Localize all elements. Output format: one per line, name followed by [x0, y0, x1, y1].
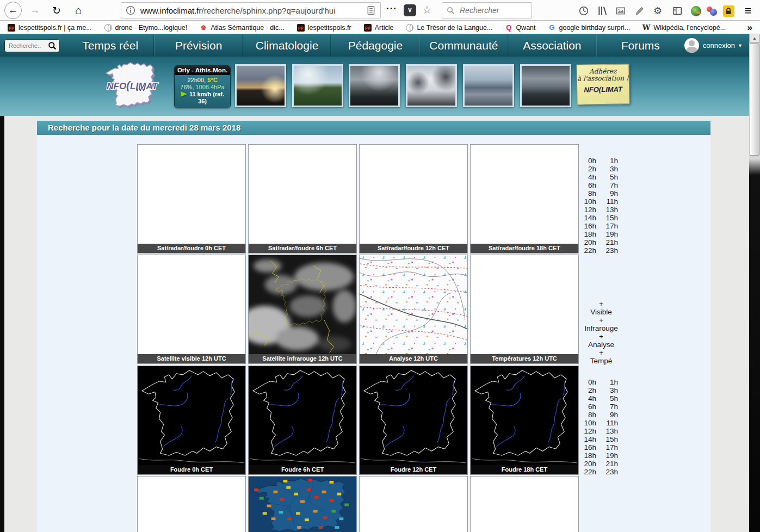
photo-thumbnail[interactable] [520, 64, 571, 107]
home-button[interactable]: ⌂ [70, 2, 87, 19]
bookmarks-overflow-chevron[interactable]: » [747, 22, 752, 33]
bookmark-item[interactable]: ❀Atlas Sémantique - dic... [200, 24, 284, 32]
hour-link[interactable]: 4h [580, 394, 596, 403]
hour-link[interactable]: 13h [602, 206, 618, 214]
page-scrollbar[interactable]: ▲ [749, 34, 760, 532]
history-clock-icon[interactable] [578, 5, 590, 17]
result-panel-lightning[interactable]: Foudre 18h CET [470, 366, 579, 475]
scrollbar-thumb[interactable] [750, 44, 759, 156]
hour-link[interactable]: 16h [580, 222, 596, 230]
menu-icon[interactable]: ≡ [742, 5, 754, 17]
hour-link[interactable]: 2h [580, 165, 596, 173]
result-panel[interactable] [359, 476, 468, 532]
hour-link[interactable]: 0h [580, 378, 596, 386]
hour-link[interactable]: 5h [602, 394, 618, 403]
result-panel[interactable]: Températures 12h UTC [470, 255, 579, 364]
sidebar-icon[interactable] [671, 5, 683, 17]
nav-item[interactable]: Temps réel [66, 34, 154, 57]
hour-link[interactable]: 1h [602, 157, 618, 165]
photo-thumbnail[interactable] [406, 64, 457, 107]
station-weather-widget[interactable]: Orly - Athis-Mon. 22h00, 5°C 76%, 1008.4… [174, 65, 231, 108]
back-button[interactable]: ← [4, 2, 22, 19]
nav-item[interactable]: Prévision [154, 34, 242, 57]
result-panel[interactable]: Sat/radar/foudre 0h CET [137, 144, 246, 253]
bookmark-item[interactable]: Ggoogle birthday surpri... [548, 24, 631, 32]
login-button[interactable]: connexion ▼ [684, 38, 743, 53]
infoclimat-logo[interactable]: NFO(LIMAT [102, 60, 162, 112]
hour-link[interactable]: 16h [580, 443, 596, 451]
bookmark-item[interactable]: Le Trésor de la Langue... [406, 24, 492, 32]
bookmark-item[interactable]: pplespetitspois.fr [297, 24, 351, 32]
bookmark-item[interactable]: WWikipédia, l'encyclopé... [642, 24, 726, 32]
bookmark-star-icon[interactable]: ☆ [422, 3, 432, 16]
magnifier-icon[interactable] [48, 41, 57, 50]
layer-link[interactable]: Tempé [578, 357, 624, 365]
result-panel[interactable]: Sat/radar/foudre 12h CET [359, 144, 468, 253]
photo-thumbnail[interactable] [349, 64, 400, 107]
gear-icon[interactable]: ⚙ [652, 5, 664, 17]
hour-link[interactable]: 11h [602, 197, 618, 206]
bookmark-item[interactable]: ppArticle [364, 24, 394, 32]
hour-link[interactable]: 4h [580, 173, 596, 181]
hour-link[interactable]: 17h [602, 222, 618, 230]
screenshot-image-icon[interactable] [615, 5, 627, 17]
result-panel-temperature-map[interactable] [248, 476, 357, 532]
hour-link[interactable]: 10h [580, 197, 596, 206]
layer-link[interactable]: + [578, 349, 624, 357]
hour-link[interactable]: 7h [602, 181, 618, 189]
hour-link[interactable]: 3h [602, 386, 618, 394]
hour-link[interactable]: 5h [602, 173, 618, 181]
photo-thumbnail[interactable] [235, 64, 286, 107]
hour-link[interactable]: 23h [602, 468, 618, 476]
hour-link[interactable]: 6h [580, 403, 596, 411]
pencil-icon[interactable] [633, 5, 645, 17]
result-panel[interactable]: Sat/radar/foudre 18h CET [470, 144, 579, 253]
hour-link[interactable]: 21h [602, 460, 618, 468]
hour-link[interactable]: 17h [602, 443, 618, 451]
globe-extension-icon[interactable] [690, 5, 702, 17]
hour-link[interactable]: 10h [580, 419, 596, 427]
hour-link[interactable]: 1h [602, 378, 618, 386]
bookmark-item[interactable]: pplespetitspois.fr | ça me... [8, 24, 92, 32]
join-association-note[interactable]: Adhérez à l'association ! NFO(LIMAT [576, 64, 629, 104]
result-panel-satellite-ir[interactable]: Satellite infrarouge 12h UTC [248, 255, 357, 364]
browser-search-input[interactable] [460, 6, 520, 15]
hour-link[interactable]: 18h [580, 451, 596, 460]
reader-mode-icon[interactable] [366, 5, 376, 15]
reload-button[interactable]: ↻ [48, 2, 65, 19]
hour-link[interactable]: 22h [580, 468, 596, 476]
result-panel-analysis[interactable]: Analyse 12h UTC [359, 255, 468, 364]
hour-link[interactable]: 18h [580, 230, 596, 238]
page-actions-icon[interactable]: ··· [386, 3, 397, 14]
hour-link[interactable]: 3h [602, 165, 618, 173]
photo-thumbnail[interactable] [463, 64, 514, 107]
scrollbar-up-icon[interactable]: ▲ [749, 34, 760, 43]
bookmark-item[interactable]: drone - Etymo...logique! [104, 24, 188, 32]
nav-item[interactable]: Association [508, 34, 596, 57]
hour-link[interactable]: 15h [602, 214, 618, 222]
photo-thumbnail[interactable] [292, 64, 343, 107]
hour-link[interactable]: 8h [580, 411, 596, 419]
layer-link[interactable]: + [578, 332, 624, 341]
hour-link[interactable]: 19h [602, 230, 618, 238]
hour-link[interactable]: 12h [580, 427, 596, 435]
hour-link[interactable]: 9h [602, 411, 618, 419]
layer-link[interactable]: Visible [578, 308, 624, 316]
forward-button[interactable]: → [26, 2, 44, 19]
layer-link[interactable]: Analyse [578, 341, 624, 349]
nav-item[interactable]: Forums [596, 34, 684, 57]
hour-link[interactable]: 23h [602, 246, 618, 255]
url-bar[interactable]: www.infoclimat.fr/recherche/sphinx.php?q… [121, 2, 381, 18]
hour-link[interactable]: 11h [602, 419, 618, 427]
bookmark-item[interactable]: QQwant [505, 24, 535, 32]
hour-link[interactable]: 15h [602, 435, 618, 443]
hour-link[interactable]: 14h [580, 435, 596, 443]
nav-item[interactable]: Climatologie [243, 34, 331, 57]
layer-link[interactable]: Infrarouge [578, 324, 624, 332]
hour-link[interactable]: 2h [580, 386, 596, 394]
result-panel[interactable]: Sat/radar/foudre 6h CET [248, 144, 357, 253]
hour-link[interactable]: 14h [580, 214, 596, 222]
result-panel[interactable] [470, 476, 579, 532]
browser-search[interactable] [442, 2, 532, 18]
site-info-icon[interactable] [126, 5, 135, 15]
